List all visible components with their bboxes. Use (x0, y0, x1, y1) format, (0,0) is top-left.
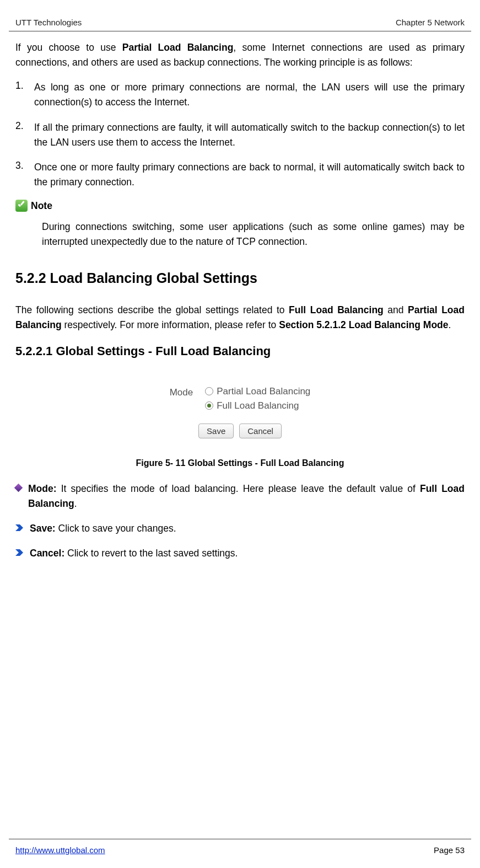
figure-container: Mode Partial Load Balancing Full Load Ba… (15, 381, 465, 445)
radio-icon-selected[interactable] (205, 401, 213, 410)
list-number: 3. (15, 160, 34, 190)
bullet-text: Click to revert to the last saved settin… (64, 548, 238, 559)
cancel-button[interactable]: Cancel (239, 424, 282, 438)
p2-3: respectively. For more information, plea… (62, 319, 279, 330)
list-number: 2. (15, 120, 34, 150)
heading-5-2-2-1: 5.2.2.1 Global Settings - Full Load Bala… (15, 344, 465, 358)
p2-2: and (384, 304, 408, 315)
p2-b1: Full Load Balancing (289, 304, 384, 315)
intro-paragraph: If you choose to use Partial Load Balanc… (15, 40, 465, 70)
bullet-save: Save: Click to save your changes. (15, 521, 465, 536)
figure-caption: Figure 5- 11 Global Settings - Full Load… (15, 458, 465, 468)
footer-rule (9, 839, 471, 839)
radio-full[interactable]: Full Load Balancing (205, 400, 310, 411)
radio-group: Partial Load Balancing Full Load Balanci… (205, 386, 310, 411)
save-button[interactable]: Save (198, 424, 234, 438)
header-left: UTT Technologies (15, 18, 82, 27)
bullet-bold: Cancel: (30, 548, 64, 559)
svg-marker-0 (15, 524, 23, 531)
header-rule (9, 31, 471, 31)
list-number: 1. (15, 80, 34, 110)
check-icon (15, 200, 28, 212)
arrow-icon (15, 524, 23, 531)
list-body: If all the primary connections are fault… (34, 120, 465, 150)
note-header: Note (15, 200, 465, 212)
bullet-cancel: Cancel: Click to revert to the last save… (15, 546, 465, 561)
ordered-item-1: 1. As long as one or more primary connec… (15, 80, 465, 110)
footer-link[interactable]: http://www.uttglobal.com (15, 845, 105, 855)
radio-icon[interactable] (205, 387, 213, 395)
button-row: Save Cancel (170, 424, 311, 438)
settings-panel: Mode Partial Load Balancing Full Load Ba… (153, 381, 327, 445)
bullet-text: Click to save your changes. (56, 523, 176, 534)
diamond-icon (14, 483, 23, 492)
heading-5-2-2: 5.2.2 Load Balancing Global Settings (15, 270, 465, 286)
page-header: UTT Technologies Chapter 5 Network (15, 18, 465, 30)
arrow-icon (15, 549, 23, 556)
intro-pre: If you choose to use (15, 42, 122, 53)
ordered-item-2: 2. If all the primary connections are fa… (15, 120, 465, 150)
bullet-body: Mode: It specifies the mode of load bala… (28, 481, 465, 511)
page-number: Page 53 (434, 845, 465, 855)
note-text: During connections switching, some user … (42, 219, 465, 249)
radio-partial[interactable]: Partial Load Balancing (205, 386, 310, 397)
mode-label: Mode (170, 386, 193, 398)
bullet-mode: Mode: It specifies the mode of load bala… (15, 481, 465, 511)
bullet-body: Cancel: Click to revert to the last save… (30, 546, 465, 561)
svg-marker-1 (15, 549, 23, 556)
list-body: Once one or more faulty primary connecti… (34, 160, 465, 190)
p2-1: The following sections describe the glob… (15, 304, 289, 315)
intro-bold: Partial Load Balancing (122, 42, 234, 53)
note-label: Note (31, 200, 52, 212)
section-intro: The following sections describe the glob… (15, 303, 465, 333)
bullet-bold: Save: (30, 523, 56, 534)
list-body: As long as one or more primary connectio… (34, 80, 465, 110)
bullet-bold: Mode: (28, 483, 57, 494)
ordered-item-3: 3. Once one or more faulty primary conne… (15, 160, 465, 190)
p2-b3: Section 5.2.1.2 Load Balancing Mode (279, 319, 448, 330)
bullet-post: . (74, 498, 77, 509)
p2-4: . (449, 319, 451, 330)
bullet-text: It specifies the mode of load balancing.… (57, 483, 420, 494)
header-right: Chapter 5 Network (396, 18, 465, 27)
radio-label: Partial Load Balancing (217, 386, 310, 397)
bullet-body: Save: Click to save your changes. (30, 521, 465, 536)
page-footer: http://www.uttglobal.com Page 53 (15, 842, 465, 855)
mode-row: Mode Partial Load Balancing Full Load Ba… (170, 386, 311, 411)
radio-label: Full Load Balancing (217, 400, 299, 411)
